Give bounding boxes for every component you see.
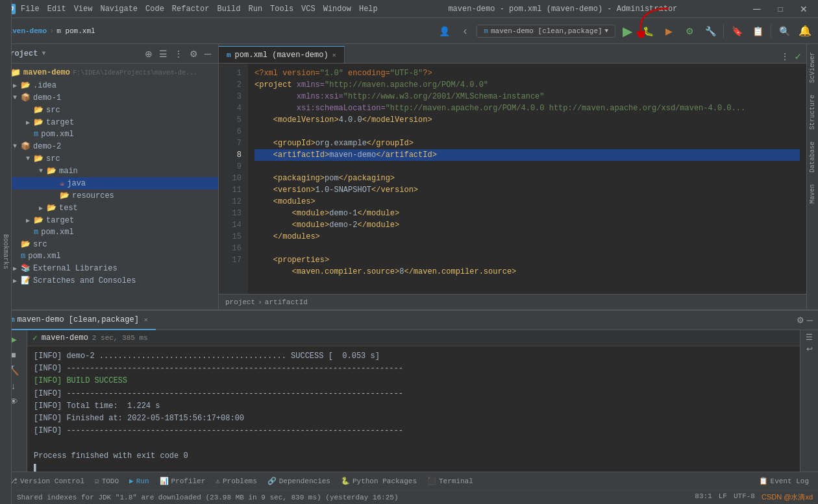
- line-num: 4: [219, 102, 248, 114]
- tree-label: target: [46, 216, 74, 225]
- bookmark-button[interactable]: 🔖: [728, 22, 746, 40]
- close-button[interactable]: ✕: [795, 0, 813, 18]
- tree-item-idea[interactable]: ▶ 📂 .idea: [0, 79, 218, 91]
- sidebar-dropdown-icon[interactable]: ▼: [42, 50, 45, 57]
- todo-label: TODO: [102, 477, 119, 485]
- tree-item-src[interactable]: 📂 src: [0, 238, 218, 250]
- profiler-button[interactable]: 📊 Profiler: [156, 475, 210, 486]
- tree-item-maven-demo-root[interactable]: ▼ 📁 maven-demo F:\IDEA\IdeaProjects\mave…: [0, 66, 218, 79]
- line-num: 11: [219, 184, 248, 196]
- run-right-actions: ☰ ↩: [800, 330, 818, 472]
- code-editor[interactable]: <?xml version="1.0" encoding="UTF-8"?> <…: [248, 64, 806, 294]
- more-tabs-icon[interactable]: ⋮: [780, 51, 789, 62]
- line-num: 1: [219, 67, 248, 79]
- tree-item-demo1-target[interactable]: ▶ 📂 target: [0, 116, 218, 128]
- right-tab-database[interactable]: Database: [808, 136, 817, 178]
- run-entry[interactable]: ✓ maven-demo 2 sec, 385 ms: [27, 330, 800, 346]
- menu-file[interactable]: File: [21, 5, 40, 14]
- minimize-button[interactable]: ─: [748, 0, 766, 18]
- terminal-button[interactable]: ⬛ Terminal: [423, 475, 477, 486]
- tree-item-demo2-test[interactable]: ▶ 📂 test: [0, 202, 218, 214]
- tree-item-demo2-resources[interactable]: 📂 resources: [0, 189, 218, 202]
- toolbar-separator: [723, 25, 724, 38]
- run-scroll-button[interactable]: ↓: [11, 381, 16, 391]
- editor-tab-pom[interactable]: m pom.xml (maven-demo) ✕: [219, 46, 345, 63]
- run-tab-close[interactable]: ✕: [144, 316, 148, 324]
- tree-item-external-libs[interactable]: ▶ 📚 External Libraries: [0, 262, 218, 274]
- tree-item-demo-2[interactable]: ▼ 📦 demo-2: [0, 140, 218, 152]
- menu-run[interactable]: Run: [248, 5, 262, 14]
- tree-item-demo2-pom[interactable]: m pom.xml: [0, 226, 218, 238]
- tree-item-demo2-src[interactable]: ▼ 📂 src: [0, 152, 218, 165]
- menu-vcs[interactable]: VCS: [301, 5, 316, 14]
- output-line: [INFO] demo-2 ..........................…: [34, 350, 793, 363]
- menu-bar[interactable]: File Edit View Navigate Code Refactor Bu…: [21, 5, 378, 14]
- tree-item-demo-1[interactable]: ▼ 📦 demo-1: [0, 91, 218, 104]
- notifications-button[interactable]: 🔔: [796, 22, 814, 40]
- menu-build[interactable]: Build: [217, 5, 240, 14]
- tab-close-button[interactable]: ✕: [332, 51, 336, 59]
- panel-hide-button[interactable]: ─: [807, 315, 813, 325]
- line-num: 13: [219, 208, 248, 219]
- run-filter-button[interactable]: ☰: [806, 333, 813, 342]
- menu-code[interactable]: Code: [145, 5, 164, 14]
- tree-label: maven-demo: [23, 68, 70, 77]
- tree-item-demo2-target[interactable]: ▶ 📂 target: [0, 214, 218, 226]
- folder-icon: 📂: [34, 117, 43, 127]
- menu-help[interactable]: Help: [359, 5, 378, 14]
- run-wrap-button[interactable]: ↩: [806, 344, 813, 354]
- sidebar-collapse-button[interactable]: ☰: [157, 48, 169, 60]
- profile-button[interactable]: ⚙: [680, 22, 699, 40]
- run-tool-button[interactable]: ▶ Run: [125, 475, 153, 486]
- file-encoding[interactable]: UTF-8: [734, 492, 755, 502]
- run-config-selector[interactable]: m maven-demo [clean,package] ▼: [477, 25, 615, 38]
- maximize-button[interactable]: □: [771, 0, 789, 18]
- tree-item-demo1-src[interactable]: 📂 src: [0, 104, 218, 116]
- panel-settings-button[interactable]: ⚙: [797, 315, 804, 325]
- sidebar-settings-button[interactable]: ⚙: [188, 48, 200, 60]
- bookmarks-tab[interactable]: Bookmarks: [0, 0, 12, 504]
- editor-content[interactable]: 1 2 3 4 5 6 7 8 9 10 11 12 13 14 15 16 1…: [219, 64, 806, 294]
- right-tab-structure[interactable]: Structure: [808, 90, 817, 135]
- menu-window[interactable]: Window: [323, 5, 351, 14]
- add-user-button[interactable]: 👤: [435, 22, 453, 40]
- menu-refactor[interactable]: Refactor: [172, 5, 210, 14]
- tree-item-demo2-java[interactable]: ☕ java: [0, 177, 218, 189]
- right-tab-scviewer[interactable]: ScViewer: [808, 47, 817, 88]
- run-output-area: ✓ maven-demo 2 sec, 385 ms [INFO] demo-2…: [27, 330, 800, 472]
- problems-button[interactable]: ⚠ Problems: [212, 475, 260, 486]
- breadcrumb-artifact[interactable]: artifactId: [265, 298, 308, 306]
- back-button[interactable]: ‹: [456, 22, 474, 40]
- version-control-button[interactable]: ⎇ Version Control: [5, 475, 88, 486]
- encoding[interactable]: LF: [719, 492, 727, 502]
- bookmark-list-button[interactable]: 📋: [749, 22, 767, 40]
- output-line: [INFO] Finished at: 2022-05-18T15:56:17+…: [34, 413, 793, 425]
- right-tab-maven[interactable]: Maven: [808, 179, 817, 209]
- settings-button[interactable]: 🔧: [701, 22, 719, 40]
- tree-label: src: [46, 154, 60, 163]
- event-log-label: Event Log: [771, 477, 809, 485]
- breadcrumb-project[interactable]: project: [225, 298, 255, 306]
- todo-button[interactable]: ☑ TODO: [91, 475, 123, 486]
- menu-tools[interactable]: Tools: [270, 5, 293, 14]
- sidebar-options-button[interactable]: ⋮: [172, 48, 185, 60]
- sidebar-close-button[interactable]: ─: [203, 48, 213, 60]
- sidebar-locate-button[interactable]: ⊕: [143, 48, 155, 60]
- menu-view[interactable]: View: [74, 5, 93, 14]
- tree-item-scratches[interactable]: ▶ 📝 Scratches and Consoles: [0, 274, 218, 287]
- window-controls[interactable]: ─ □ ✕: [748, 0, 813, 18]
- tree-item-root-pom[interactable]: m pom.xml: [0, 250, 218, 262]
- red-arrow-annotation: [633, 5, 672, 40]
- tree-item-demo2-main[interactable]: ▼ 📂 main: [0, 165, 218, 177]
- menu-edit[interactable]: Edit: [47, 5, 66, 14]
- java-icon: ☕: [60, 178, 64, 188]
- event-log-button[interactable]: 📋 Event Log: [755, 475, 813, 486]
- cursor-position[interactable]: 83:1: [695, 492, 712, 502]
- dependencies-button[interactable]: 🔗 Dependencies: [264, 475, 334, 486]
- tree-item-demo1-pom[interactable]: m pom.xml: [0, 128, 218, 140]
- search-button[interactable]: 🔍: [775, 22, 793, 40]
- run-tab[interactable]: m maven-demo [clean,package] ✕: [3, 311, 156, 330]
- menu-navigate[interactable]: Navigate: [100, 5, 138, 14]
- python-packages-button[interactable]: 🐍 Python Packages: [337, 475, 421, 486]
- tree-label: .idea: [33, 81, 56, 90]
